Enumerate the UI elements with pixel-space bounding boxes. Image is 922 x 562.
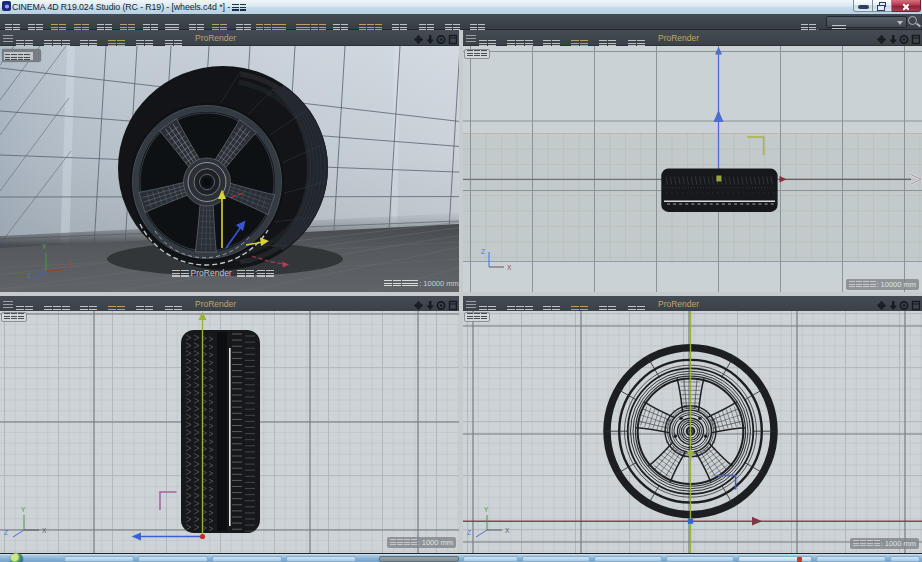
svg-text:X: X bbox=[507, 264, 512, 271]
svg-text:Z: Z bbox=[4, 529, 8, 536]
svg-text:Y: Y bbox=[42, 243, 47, 250]
svg-text:X: X bbox=[67, 261, 72, 268]
svg-text:X: X bbox=[505, 527, 510, 534]
svg-text:X: X bbox=[42, 527, 47, 534]
svg-text:Z: Z bbox=[467, 529, 471, 536]
svg-text:Y: Y bbox=[21, 506, 26, 513]
svg-text:Z: Z bbox=[27, 272, 31, 279]
svg-text:Z: Z bbox=[481, 248, 485, 255]
svg-text:Y: Y bbox=[484, 506, 489, 513]
